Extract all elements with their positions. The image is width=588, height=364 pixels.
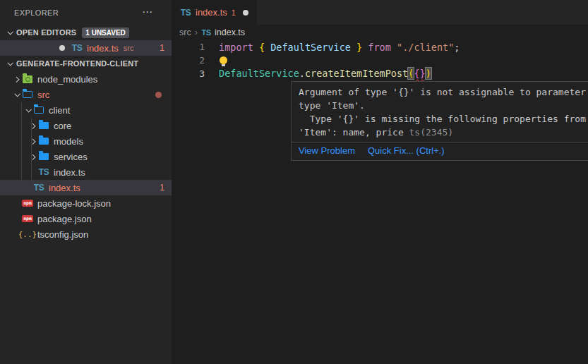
code-editor[interactable]: 1 import { DefaultService } from "./clie… bbox=[172, 40, 588, 80]
unsaved-badge: 1 UNSAVED bbox=[82, 28, 129, 38]
explorer-header: EXPLORER ⋯ bbox=[0, 0, 172, 25]
folder-icon bbox=[38, 118, 49, 133]
breadcrumb-folder[interactable]: src bbox=[179, 28, 191, 37]
line-number: 2 bbox=[172, 55, 205, 66]
tree-item-services[interactable]: services bbox=[0, 149, 172, 164]
explorer-title: EXPLORER bbox=[14, 8, 59, 17]
tree-item-label: core bbox=[54, 121, 71, 131]
breadcrumb-file[interactable]: index.ts bbox=[215, 28, 245, 37]
chevron-right-icon bbox=[12, 71, 22, 87]
tree-item-index-ts-src[interactable]: TS index.ts 1 bbox=[0, 180, 172, 195]
tree-item-label: package-lock.json bbox=[37, 198, 111, 209]
folder-open-icon bbox=[22, 87, 33, 102]
tree-item-label: index.ts bbox=[54, 167, 85, 178]
tab-error-badge: 1 bbox=[232, 8, 236, 17]
workspace-section-header[interactable]: GENERATE-FRONTEND-CLIENT bbox=[0, 56, 172, 71]
modified-indicator-dot bbox=[155, 92, 162, 98]
bracket-match-close: ) bbox=[426, 68, 431, 79]
line-number-active: 3 bbox=[172, 68, 205, 79]
typescript-icon: TS bbox=[33, 180, 44, 195]
code-line-1[interactable]: 1 import { DefaultService } from "./clie… bbox=[172, 40, 588, 54]
tree-item-label: index.ts bbox=[49, 183, 80, 193]
npm-icon: npm bbox=[22, 211, 33, 226]
npm-icon: npm bbox=[22, 195, 33, 211]
open-editor-filename: index.ts bbox=[87, 43, 119, 54]
tree-item-index-ts-client[interactable]: TS index.ts bbox=[0, 164, 172, 180]
typescript-icon: TS bbox=[71, 40, 83, 56]
open-editors-header[interactable]: OPEN EDITORS 1 UNSAVED bbox=[0, 25, 172, 40]
open-editor-description: src bbox=[124, 44, 134, 52]
error-code: ts(2345) bbox=[409, 127, 454, 138]
quick-fix-link[interactable]: Quick Fix... (Ctrl+.) bbox=[368, 145, 445, 156]
lightbulb-container bbox=[219, 55, 227, 66]
tree-item-label: package.json bbox=[37, 214, 92, 224]
breadcrumb: src › TS index.ts bbox=[172, 25, 588, 40]
error-count-badge: 1 bbox=[160, 180, 164, 195]
tree-item-client[interactable]: client bbox=[0, 102, 172, 118]
tab-filename: index.ts bbox=[196, 7, 227, 18]
unsaved-dot-icon[interactable] bbox=[243, 10, 248, 16]
hover-actions-bar: View Problem Quick Fix... (Ctrl+.) bbox=[292, 142, 588, 160]
tree-item-label: services bbox=[54, 152, 88, 162]
tree-item-node-modules[interactable]: node_modules bbox=[0, 71, 172, 87]
hover-message-line: Argument of type '{}' is not assignable … bbox=[299, 85, 588, 99]
code-line-3[interactable]: 3 DefaultService.createItemItemPost({}) bbox=[172, 67, 588, 80]
tree-item-src[interactable]: src bbox=[0, 87, 172, 102]
modified-dot-icon bbox=[59, 45, 65, 51]
typescript-icon: TS bbox=[180, 5, 191, 20]
code-text: import { DefaultService } from "./client… bbox=[219, 42, 460, 53]
code-text: DefaultService.createItemItemPost({}) bbox=[219, 68, 432, 80]
hover-message-line: Type '{}' is missing the following prope… bbox=[299, 112, 588, 126]
open-editors-label: OPEN EDITORS bbox=[16, 28, 76, 37]
typescript-icon: TS bbox=[201, 25, 211, 40]
hover-message: Argument of type '{}' is not assignable … bbox=[292, 82, 588, 142]
hover-message-line: type 'Item'. bbox=[299, 99, 588, 112]
tab-bar: TS index.ts 1 bbox=[172, 0, 588, 25]
folder-icon bbox=[38, 133, 49, 149]
chevron-down-icon bbox=[23, 102, 33, 118]
tree-item-core[interactable]: core bbox=[0, 118, 172, 133]
hover-message-line: 'Item': name, price ts(2345) bbox=[299, 126, 588, 139]
tree-item-label: src bbox=[37, 90, 49, 100]
chevron-down-icon bbox=[12, 87, 22, 102]
chevron-right-icon bbox=[28, 118, 38, 133]
tree-item-label: models bbox=[54, 136, 83, 147]
folder-open-icon bbox=[33, 102, 44, 118]
lightbulb-icon[interactable] bbox=[220, 56, 227, 64]
error-count-badge: 1 bbox=[160, 40, 164, 56]
tree-item-label: node_modules bbox=[37, 74, 97, 85]
file-tree: node_modules src client core bbox=[0, 71, 172, 242]
tree-item-label: tsconfig.json bbox=[37, 229, 88, 240]
chevron-down-icon bbox=[5, 25, 15, 40]
chevron-right-icon bbox=[28, 149, 38, 164]
explorer-sidebar: EXPLORER ⋯ OPEN EDITORS 1 UNSAVED TS ind… bbox=[0, 0, 172, 364]
more-actions-icon[interactable]: ⋯ bbox=[142, 6, 153, 18]
error-squiggle-argument: {} bbox=[414, 68, 425, 79]
tree-item-tsconfig-json[interactable]: {..} tsconfig.json bbox=[0, 226, 172, 242]
tree-item-models[interactable]: models bbox=[0, 133, 172, 149]
text-cursor bbox=[431, 68, 433, 80]
editor-region: TS index.ts 1 src › TS index.ts 1 import… bbox=[172, 0, 588, 364]
open-editor-item-index-ts[interactable]: TS index.ts src 1 bbox=[0, 40, 172, 56]
vscode-window: EXPLORER ⋯ OPEN EDITORS 1 UNSAVED TS ind… bbox=[0, 0, 588, 364]
typescript-icon: TS bbox=[38, 164, 49, 180]
workspace-name: GENERATE-FRONTEND-CLIENT bbox=[16, 59, 138, 68]
error-hover-tooltip: Argument of type '{}' is not assignable … bbox=[291, 81, 588, 161]
tab-index-ts[interactable]: TS index.ts 1 bbox=[172, 0, 257, 25]
json-config-icon: {..} bbox=[22, 226, 33, 242]
chevron-down-icon bbox=[5, 56, 15, 71]
line-number: 1 bbox=[172, 42, 205, 52]
view-problem-link[interactable]: View Problem bbox=[299, 145, 355, 156]
breadcrumb-separator-icon: › bbox=[195, 27, 198, 37]
folder-icon bbox=[38, 149, 49, 164]
node-modules-folder-icon bbox=[22, 71, 33, 87]
chevron-right-icon bbox=[28, 133, 38, 149]
code-line-2[interactable]: 2 bbox=[172, 54, 588, 67]
tree-item-package-lock-json[interactable]: npm package-lock.json bbox=[0, 195, 172, 211]
tree-item-label: client bbox=[49, 105, 70, 116]
tree-item-package-json[interactable]: npm package.json bbox=[0, 211, 172, 226]
